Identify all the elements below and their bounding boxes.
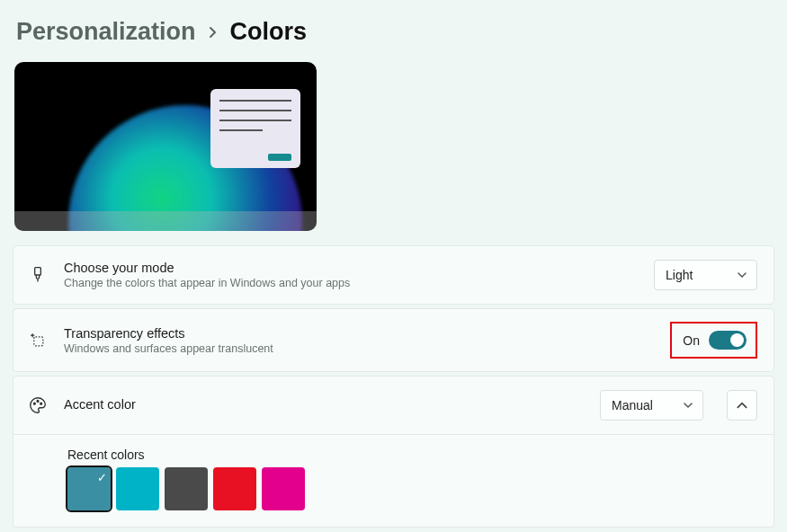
- accent-mode-select[interactable]: Manual: [600, 390, 703, 421]
- color-swatch[interactable]: [116, 467, 159, 510]
- accent-color-body: Recent colors ✓: [13, 435, 774, 528]
- transparency-desc: Windows and surfaces appear translucent: [64, 342, 654, 355]
- svg-point-4: [40, 403, 42, 404]
- color-swatch[interactable]: ✓: [67, 467, 111, 510]
- svg-rect-1: [34, 336, 43, 345]
- choose-mode-title: Choose your mode: [64, 261, 638, 275]
- svg-point-2: [33, 403, 35, 404]
- color-swatch[interactable]: [213, 467, 256, 510]
- chevron-down-icon: [683, 400, 693, 411]
- transparency-toggle[interactable]: [709, 331, 747, 350]
- transparency-title: Transparency effects: [64, 326, 654, 341]
- color-swatch[interactable]: [262, 467, 305, 510]
- color-swatch[interactable]: [165, 467, 208, 510]
- recent-colors-swatches: ✓: [67, 467, 757, 510]
- choose-mode-row: Choose your mode Change the colors that …: [13, 245, 774, 305]
- accent-color-row: Accent color Manual: [13, 376, 774, 435]
- accent-mode-value: Manual: [612, 398, 653, 412]
- transparency-row: Transparency effects Windows and surface…: [13, 308, 774, 372]
- chevron-down-icon: [737, 270, 747, 280]
- svg-rect-0: [35, 268, 41, 275]
- check-icon: ✓: [97, 471, 107, 484]
- transparency-highlight: On: [670, 322, 757, 359]
- svg-point-3: [37, 401, 39, 403]
- brush-icon: [28, 266, 48, 284]
- chevron-up-icon: [736, 399, 748, 412]
- breadcrumb-parent[interactable]: Personalization: [16, 18, 196, 46]
- transparency-state-label: On: [683, 333, 700, 348]
- accent-color-title: Accent color: [64, 397, 584, 412]
- breadcrumb-current: Colors: [230, 18, 308, 46]
- recent-colors-label: Recent colors: [67, 448, 757, 462]
- sparkle-icon: [28, 332, 48, 350]
- accent-collapse-button[interactable]: [727, 390, 757, 421]
- palette-icon: [28, 395, 48, 415]
- preview-window: [210, 89, 300, 168]
- desktop-preview: [14, 62, 317, 231]
- choose-mode-desc: Change the colors that appear in Windows…: [64, 277, 638, 289]
- mode-select[interactable]: Light: [654, 260, 757, 290]
- breadcrumb: Personalization Colors: [16, 18, 774, 46]
- mode-select-value: Light: [666, 268, 693, 282]
- chevron-right-icon: [209, 26, 218, 39]
